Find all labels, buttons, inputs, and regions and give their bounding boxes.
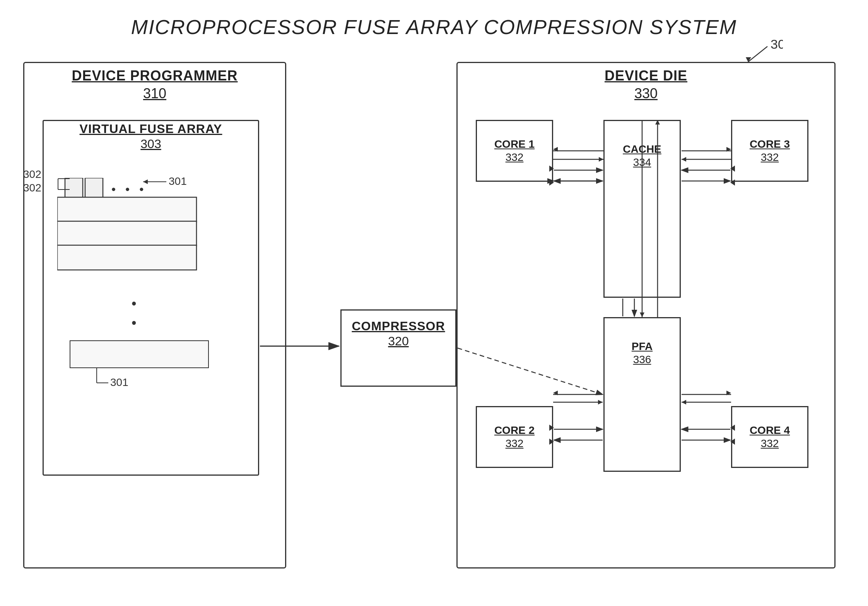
core3-box: CORE 3 332 <box>731 120 808 182</box>
svg-line-0 <box>748 46 767 62</box>
device-programmer-label: DEVICE PROGRAMMER 310 <box>23 68 286 102</box>
cache-label: CACHE 334 <box>603 143 681 169</box>
core4-box: CORE 4 332 <box>731 406 808 468</box>
fuse-labels-svg: 302 302 301 <box>23 170 217 217</box>
vfa-title: VIRTUAL FUSE ARRAY <box>43 122 259 136</box>
svg-text:302: 302 <box>23 170 41 180</box>
compressor-ref: 320 <box>340 334 456 348</box>
svg-text:301: 301 <box>169 175 187 187</box>
core1-ref: 332 <box>506 151 524 164</box>
core1-title: CORE 1 <box>494 138 535 150</box>
pfa-ref: 336 <box>603 353 681 366</box>
svg-rect-7 <box>57 245 196 270</box>
pfa-title: PFA <box>603 340 681 353</box>
page-title: MICROPROCESSOR FUSE ARRAY COMPRESSION SY… <box>0 15 868 39</box>
device-die-ref: 330 <box>456 85 836 102</box>
device-die-label: DEVICE DIE 330 <box>456 68 836 102</box>
diagram-container: MICROPROCESSOR FUSE ARRAY COMPRESSION SY… <box>0 0 868 606</box>
core4-ref: 332 <box>761 437 779 450</box>
device-programmer-ref: 310 <box>23 85 286 102</box>
fuse-bottom-label-svg: 301 <box>58 364 174 402</box>
core4-title: CORE 4 <box>750 424 790 437</box>
device-die-title: DEVICE DIE <box>456 68 836 84</box>
core2-title: CORE 2 <box>494 424 535 437</box>
compressor-label: COMPRESSOR 320 <box>340 319 456 348</box>
core3-title: CORE 3 <box>750 138 790 150</box>
core1-box: CORE 1 332 <box>476 120 553 182</box>
svg-text:302: 302 <box>23 182 41 194</box>
pfa-label: PFA 336 <box>603 340 681 366</box>
compressor-title: COMPRESSOR <box>340 319 456 333</box>
core3-ref: 332 <box>761 151 779 164</box>
core2-ref: 332 <box>506 437 524 450</box>
svg-rect-6 <box>57 221 196 246</box>
cache-ref: 334 <box>603 156 681 169</box>
vfa-label: VIRTUAL FUSE ARRAY 303 <box>43 122 259 151</box>
cache-title: CACHE <box>603 143 681 155</box>
device-programmer-title: DEVICE PROGRAMMER <box>23 68 286 84</box>
core2-box: CORE 2 332 <box>476 406 553 468</box>
svg-text:301: 301 <box>110 376 128 388</box>
ref-300-label: 300 <box>771 39 783 51</box>
vfa-ref: 303 <box>43 137 259 151</box>
svg-marker-14 <box>143 179 148 184</box>
